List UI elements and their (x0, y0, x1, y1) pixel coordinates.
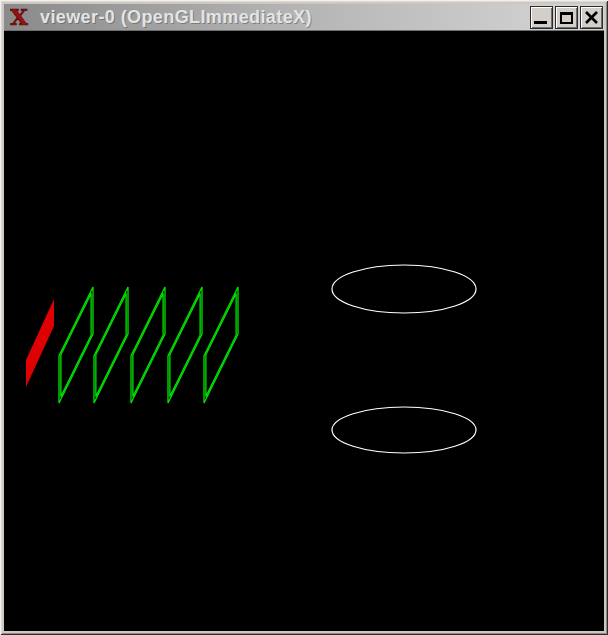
green-parallelogram-1 (59, 287, 93, 403)
titlebar[interactable]: X viewer-0 (OpenGLImmediateX) (4, 4, 604, 31)
minimize-button[interactable] (530, 6, 553, 29)
green-parallelogram-5 (204, 287, 238, 403)
viewer-window: X viewer-0 (OpenGLImmediateX) (0, 0, 608, 635)
maximize-icon (560, 12, 573, 24)
window-title: viewer-0 (OpenGLImmediateX) (40, 7, 312, 28)
minimize-icon (534, 21, 547, 24)
app-x11-icon: X (10, 7, 32, 27)
close-button[interactable] (580, 6, 603, 29)
white-ellipse-2 (332, 407, 476, 453)
window-controls (530, 6, 603, 29)
scene-svg (4, 31, 604, 631)
opengl-viewport[interactable] (4, 31, 604, 631)
maximize-button[interactable] (555, 6, 578, 29)
green-parallelogram-3 (131, 287, 165, 403)
green-parallelogram-2 (94, 287, 128, 403)
red-parallelogram (26, 299, 54, 387)
svg-text:X: X (10, 7, 28, 27)
close-icon (584, 10, 599, 25)
green-parallelogram-4 (168, 287, 202, 403)
white-ellipse-1 (332, 265, 476, 313)
